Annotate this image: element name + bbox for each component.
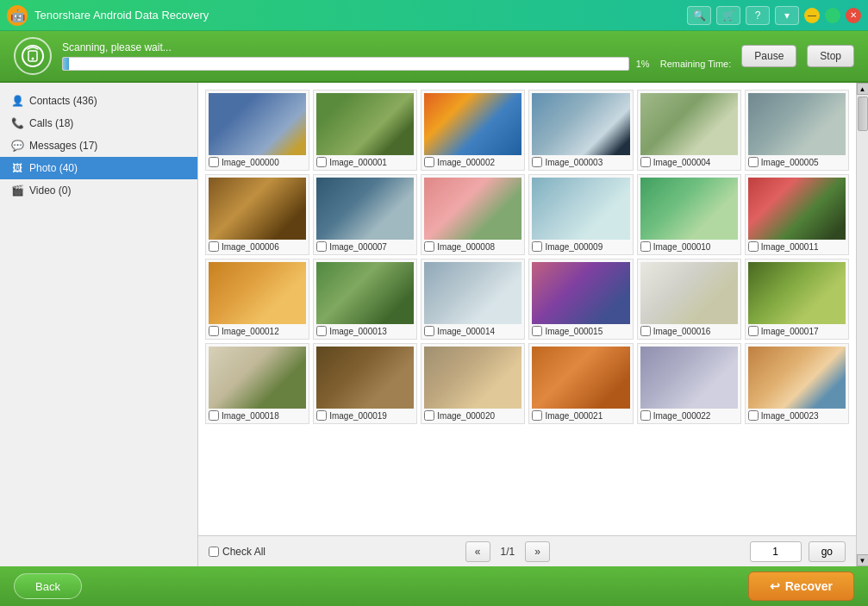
sidebar-label-photos: Photo (40)	[29, 162, 78, 174]
photo-checkbox-11[interactable]	[748, 241, 759, 252]
photo-label-row-8: Image_000008	[424, 241, 521, 252]
photo-cell-13[interactable]: Image_000013	[313, 259, 417, 340]
remaining-label: Remaining Time:	[660, 59, 732, 69]
photo-label-5: Image_000005	[761, 158, 819, 167]
photo-checkbox-22[interactable]	[640, 410, 651, 421]
check-all-label[interactable]: Check All	[209, 546, 265, 558]
photo-checkbox-7[interactable]	[316, 241, 327, 252]
recover-button[interactable]: ↩ Recover	[748, 572, 854, 601]
photo-checkbox-3[interactable]	[532, 157, 542, 167]
photo-checkbox-21[interactable]	[532, 410, 542, 421]
photo-label-20: Image_000020	[437, 411, 495, 421]
photo-checkbox-14[interactable]	[424, 326, 434, 336]
photo-checkbox-20[interactable]	[424, 410, 434, 421]
photo-checkbox-15[interactable]	[532, 326, 542, 336]
sidebar-item-contacts[interactable]: 👤 Contacts (436)	[0, 90, 197, 112]
contacts-icon: 👤	[10, 94, 24, 108]
last-page-button[interactable]: »	[525, 541, 550, 562]
scroll-up-arrow[interactable]: ▲	[857, 83, 869, 95]
photo-label-row-6: Image_000006	[209, 241, 306, 252]
photo-cell-10[interactable]: Image_000010	[637, 174, 741, 255]
photo-checkbox-5[interactable]	[748, 157, 759, 167]
photo-checkbox-2[interactable]	[424, 157, 434, 167]
dropdown-button[interactable]: ▾	[775, 6, 799, 25]
photo-checkbox-23[interactable]	[748, 410, 759, 421]
stop-button[interactable]: Stop	[807, 45, 854, 67]
photo-cell-9[interactable]: Image_000009	[528, 174, 633, 255]
photo-thumb-20	[424, 347, 521, 409]
photo-label-2: Image_000002	[437, 158, 495, 167]
scroll-down-arrow[interactable]: ▼	[857, 554, 869, 566]
photo-cell-15[interactable]: Image_000015	[528, 259, 633, 340]
sidebar-item-calls[interactable]: 📞 Calls (18)	[0, 112, 197, 134]
photo-checkbox-1[interactable]	[316, 157, 327, 167]
cart-button[interactable]: 🛒	[716, 6, 740, 25]
go-button[interactable]: go	[809, 541, 846, 562]
scrollbar-track[interactable]: ▲ ▼	[856, 83, 868, 566]
photo-checkbox-0[interactable]	[209, 157, 219, 167]
grid-area: Image_000000Image_000001Image_000002Imag…	[198, 83, 856, 566]
photo-cell-20[interactable]: Image_000020	[421, 343, 525, 424]
photo-label-row-20: Image_000020	[424, 410, 521, 421]
photo-cell-7[interactable]: Image_000007	[313, 174, 417, 255]
scan-info: Scanning, please wait... 1% Remaining Ti…	[62, 41, 731, 71]
photo-cell-19[interactable]: Image_000019	[313, 343, 417, 424]
photo-checkbox-18[interactable]	[209, 410, 219, 421]
photo-cell-1[interactable]: Image_000001	[313, 90, 417, 171]
photo-cell-0[interactable]: Image_000000	[205, 90, 309, 171]
photo-cell-23[interactable]: Image_000023	[745, 343, 849, 424]
photo-checkbox-6[interactable]	[209, 241, 219, 252]
photo-cell-17[interactable]: Image_000017	[745, 259, 849, 340]
photo-cell-6[interactable]: Image_000006	[205, 174, 309, 255]
maximize-button[interactable]	[825, 8, 840, 23]
search-button[interactable]: 🔍	[687, 6, 711, 25]
photo-label-row-12: Image_000012	[209, 326, 306, 336]
photo-label-23: Image_000023	[761, 411, 819, 421]
photo-checkbox-10[interactable]	[640, 241, 651, 252]
photo-cell-22[interactable]: Image_000022	[637, 343, 741, 424]
scan-icon	[14, 37, 52, 75]
photo-checkbox-9[interactable]	[532, 241, 542, 252]
photo-checkbox-12[interactable]	[209, 326, 219, 336]
sidebar-item-photos[interactable]: 🖼 Photo (40)	[0, 157, 197, 179]
help-button[interactable]: ?	[746, 6, 770, 25]
photo-checkbox-4[interactable]	[640, 157, 651, 167]
photo-checkbox-13[interactable]	[316, 326, 327, 336]
photo-cell-4[interactable]: Image_000004	[637, 90, 741, 171]
photo-cell-2[interactable]: Image_000002	[421, 90, 525, 171]
photo-cell-12[interactable]: Image_000012	[205, 259, 309, 340]
photo-cell-3[interactable]: Image_000003	[528, 90, 633, 171]
photo-cell-8[interactable]: Image_000008	[421, 174, 525, 255]
photo-cell-14[interactable]: Image_000014	[421, 259, 525, 340]
title-bar-controls: 🔍 🛒 ? ▾ — ✕	[687, 6, 861, 25]
page-input[interactable]	[750, 541, 802, 562]
photo-label-row-16: Image_000016	[640, 326, 738, 336]
photo-thumb-13	[316, 262, 414, 324]
photo-label-row-19: Image_000019	[316, 410, 414, 421]
photo-thumb-19	[316, 347, 414, 409]
photo-cell-18[interactable]: Image_000018	[205, 343, 309, 424]
photo-label-10: Image_000010	[653, 242, 711, 252]
back-button[interactable]: Back	[14, 573, 82, 599]
close-button[interactable]: ✕	[846, 8, 861, 23]
first-page-button[interactable]: «	[465, 541, 490, 562]
photo-cell-11[interactable]: Image_000011	[745, 174, 849, 255]
photo-label-6: Image_000006	[222, 242, 279, 252]
sidebar-item-messages[interactable]: 💬 Messages (17)	[0, 134, 197, 157]
photo-label-15: Image_000015	[545, 327, 603, 336]
sidebar-item-videos[interactable]: 🎬 Video (0)	[0, 179, 197, 202]
check-all-checkbox[interactable]	[209, 547, 219, 557]
photo-cell-21[interactable]: Image_000021	[528, 343, 633, 424]
photo-cell-5[interactable]: Image_000005	[745, 90, 849, 171]
photo-checkbox-19[interactable]	[316, 410, 327, 421]
photo-label-22: Image_000022	[653, 411, 711, 421]
photo-checkbox-17[interactable]	[748, 326, 759, 336]
photo-checkbox-8[interactable]	[424, 241, 434, 252]
photo-checkbox-16[interactable]	[640, 326, 651, 336]
photo-thumb-15	[532, 262, 629, 324]
photo-label-11: Image_000011	[761, 242, 819, 252]
pause-button[interactable]: Pause	[741, 45, 796, 67]
photo-cell-16[interactable]: Image_000016	[637, 259, 741, 340]
scrollbar-thumb[interactable]	[858, 97, 868, 131]
minimize-button[interactable]: —	[804, 8, 820, 23]
